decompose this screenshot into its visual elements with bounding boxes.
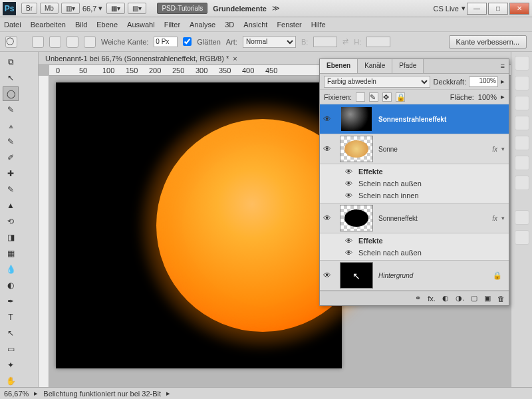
visibility-icon[interactable]: 👁 bbox=[320, 271, 334, 280]
menu-filter[interactable]: Filter bbox=[164, 21, 180, 29]
tool-dodge[interactable]: ◐ bbox=[3, 278, 19, 293]
antialias-checkbox[interactable] bbox=[183, 37, 192, 46]
tool-marquee[interactable]: ◯ bbox=[3, 86, 19, 101]
tool-path[interactable]: ↖ bbox=[3, 326, 19, 340]
effect-item[interactable]: Schein nach außen bbox=[358, 249, 422, 257]
refine-edge-button[interactable]: Kante verbessern... bbox=[449, 35, 527, 49]
tab-kanaele[interactable]: Kanäle bbox=[358, 59, 392, 73]
dock-history-icon[interactable] bbox=[515, 210, 529, 225]
tool-type[interactable]: T bbox=[3, 310, 19, 325]
tool-eyedrop[interactable]: ✐ bbox=[3, 150, 19, 165]
visibility-icon[interactable]: 👁 bbox=[342, 249, 354, 257]
menu-ansicht[interactable]: Ansicht bbox=[243, 21, 267, 29]
tool-brush[interactable]: ✎ bbox=[3, 182, 19, 197]
dock-channels-icon[interactable] bbox=[515, 156, 529, 170]
visibility-icon[interactable]: 👁 bbox=[320, 213, 334, 223]
dock-layers-icon[interactable] bbox=[515, 136, 529, 150]
minibridge-button[interactable]: Mb bbox=[40, 3, 59, 14]
dock-color-icon[interactable] bbox=[515, 56, 529, 70]
layer-thumb[interactable]: ↖ bbox=[340, 262, 373, 289]
style-select[interactable]: Normal bbox=[243, 36, 296, 48]
panel-menu-icon[interactable]: ≡ bbox=[497, 59, 509, 73]
tool-pen[interactable]: ✒ bbox=[3, 294, 19, 309]
bridge-button[interactable]: Br bbox=[21, 3, 37, 14]
selection-sub-icon[interactable] bbox=[66, 36, 78, 48]
feather-input[interactable] bbox=[154, 37, 178, 47]
menu-bild[interactable]: Bild bbox=[75, 21, 87, 29]
menu-3d[interactable]: 3D bbox=[225, 21, 234, 29]
fx-badge[interactable]: fx bbox=[492, 215, 497, 222]
tool-slice[interactable]: ✎ bbox=[3, 134, 19, 149]
layer-name[interactable]: Hintergrund bbox=[378, 272, 493, 279]
tool-arrow[interactable]: ↖ bbox=[3, 70, 19, 85]
layer-name[interactable]: Sonneneffekt bbox=[378, 215, 492, 222]
dock-paths-icon[interactable] bbox=[515, 176, 529, 190]
lock-position-icon[interactable]: ✥ bbox=[382, 92, 392, 102]
adjustment-icon[interactable]: ◑. bbox=[456, 294, 464, 303]
menu-analyse[interactable]: Analyse bbox=[190, 21, 215, 29]
view-extras-button[interactable]: ▦▾ bbox=[106, 3, 125, 14]
tab-ebenen[interactable]: Ebenen bbox=[320, 59, 358, 73]
menu-fenster[interactable]: Fenster bbox=[277, 21, 301, 29]
opacity-input[interactable]: 100% bbox=[469, 76, 498, 87]
fill-input[interactable]: 100% bbox=[478, 93, 497, 101]
layer-thumb[interactable] bbox=[340, 205, 373, 231]
layer-thumb[interactable] bbox=[340, 106, 373, 132]
link-layers-icon[interactable]: ⚭ bbox=[415, 294, 421, 303]
tool-stamp[interactable]: ▲ bbox=[3, 198, 19, 213]
tool-gradient[interactable]: ▦ bbox=[3, 246, 19, 261]
layer-name[interactable]: Sonne bbox=[378, 146, 492, 153]
blend-mode-select[interactable]: Farbig abwedeln bbox=[324, 76, 430, 88]
dock-actions-icon[interactable] bbox=[515, 230, 529, 245]
lock-transparent-icon[interactable] bbox=[356, 92, 365, 102]
tool-eraser[interactable]: ◨ bbox=[3, 230, 19, 245]
lock-pixels-icon[interactable]: ✎ bbox=[369, 92, 378, 102]
visibility-icon[interactable]: 👁 bbox=[342, 180, 354, 188]
layer-row[interactable]: 👁 ↖ Hintergrund 🔒 bbox=[320, 261, 509, 291]
visibility-icon[interactable]: 👁 bbox=[342, 237, 354, 245]
layer-row[interactable]: 👁 Sonnenstrahleneffekt bbox=[320, 104, 509, 134]
effect-item[interactable]: Schein nach außen bbox=[358, 180, 422, 188]
group-icon[interactable]: ▢ bbox=[471, 294, 477, 303]
tool-lasso[interactable]: ✎ bbox=[3, 102, 19, 117]
selection-add-icon[interactable] bbox=[49, 36, 61, 48]
menu-bearbeiten[interactable]: Bearbeiten bbox=[31, 21, 66, 29]
fx-badge[interactable]: fx bbox=[492, 146, 497, 153]
selection-new-icon[interactable] bbox=[32, 36, 44, 48]
tool-shape[interactable]: ▭ bbox=[3, 342, 19, 356]
layer-row[interactable]: 👁 Sonneneffekt fx▾ bbox=[320, 203, 509, 233]
close-button[interactable]: ✕ bbox=[509, 3, 529, 15]
minimize-button[interactable]: — bbox=[467, 3, 487, 15]
visibility-icon[interactable]: 👁 bbox=[342, 192, 354, 200]
arrange-button[interactable]: ▤▾ bbox=[128, 3, 146, 14]
effect-item[interactable]: Schein nach innen bbox=[358, 192, 419, 200]
maximize-button[interactable]: □ bbox=[488, 3, 508, 15]
tool-preset-icon[interactable]: ◯ bbox=[5, 36, 17, 48]
collapse-icon[interactable]: ▾ bbox=[501, 146, 505, 152]
tab-pfade[interactable]: Pfade bbox=[392, 59, 424, 73]
breadcrumb-psd[interactable]: PSD-Tutorials bbox=[157, 3, 207, 14]
tool-hand[interactable]: ✋ bbox=[3, 374, 19, 388]
zoom-display[interactable]: 66,7 bbox=[82, 5, 96, 13]
dock-swatch-icon[interactable] bbox=[515, 76, 529, 90]
screenmode-button[interactable]: ▥▾ bbox=[61, 3, 80, 14]
menu-hilfe[interactable]: Hilfe bbox=[311, 21, 326, 29]
cslive-button[interactable]: CS Live bbox=[433, 5, 459, 13]
tool-heal[interactable]: ✚ bbox=[3, 166, 19, 181]
visibility-icon[interactable]: 👁 bbox=[320, 144, 334, 154]
mask-icon[interactable]: ◐ bbox=[442, 294, 449, 303]
tool-history[interactable]: ⟲ bbox=[3, 214, 19, 229]
layer-row[interactable]: 👁 Sonne fx▾ bbox=[320, 134, 509, 164]
layer-name[interactable]: Sonnenstrahleneffekt bbox=[378, 116, 509, 123]
collapse-icon[interactable]: ▾ bbox=[501, 215, 505, 221]
visibility-icon[interactable]: 👁 bbox=[342, 168, 354, 176]
menu-ebene[interactable]: Ebene bbox=[96, 21, 118, 29]
breadcrumb-file[interactable]: Grundelemente bbox=[213, 5, 267, 13]
delete-layer-icon[interactable]: 🗑 bbox=[497, 295, 505, 303]
lock-all-icon[interactable]: 🔒 bbox=[396, 92, 405, 102]
menu-datei[interactable]: Datei bbox=[4, 21, 21, 29]
breadcrumb-more-icon[interactable]: ≫ bbox=[272, 4, 280, 13]
visibility-icon[interactable]: 👁 bbox=[320, 114, 334, 124]
menu-auswahl[interactable]: Auswahl bbox=[127, 21, 155, 29]
dock-adjust-icon[interactable] bbox=[515, 96, 529, 110]
